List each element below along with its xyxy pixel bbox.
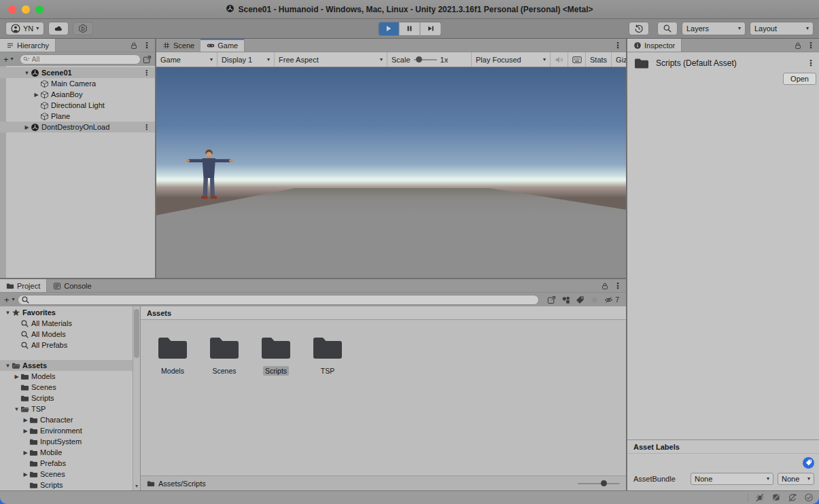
tab-inspector[interactable]: Inspector [627,39,682,52]
layout-dropdown[interactable]: Layout ▾ [750,22,814,35]
play-button[interactable] [378,22,399,36]
project-tree-item[interactable]: Prefabs [0,458,133,469]
add-label-button[interactable] [803,457,814,469]
zoom-window-button[interactable] [35,5,43,14]
create-button[interactable]: + [3,55,9,64]
scale-slider[interactable] [414,59,437,60]
tab-hierarchy[interactable]: Hierarchy [0,39,56,52]
picker-icon[interactable] [547,295,556,304]
favorites-star-icon[interactable] [590,295,599,304]
project-tree-item[interactable]: ▼Favorites [0,307,133,318]
debugger-detached-icon[interactable] [755,493,765,502]
project-tree-item[interactable]: ▶Mobile [0,447,133,458]
minimize-window-button[interactable] [22,5,30,14]
panel-menu-icon[interactable]: ⋮ [614,41,622,50]
project-tree-item[interactable]: ▶Environment [0,425,133,436]
tab-console[interactable]: Console [47,279,97,292]
project-tree-item[interactable]: All Models [0,329,133,340]
chevron-down-icon[interactable]: ▾ [12,297,15,302]
project-tree-item[interactable]: ▶Character [0,414,133,425]
create-button[interactable]: + [4,295,10,304]
hierarchy-item[interactable]: Plane [0,111,155,122]
aspect-ratio-dropdown[interactable]: Free Aspect▾ [275,52,387,67]
expand-arrow-icon[interactable]: ▶ [22,417,29,423]
scroll-down-arrow[interactable]: ▾ [133,483,140,489]
project-tree-item[interactable]: ▶Models [0,371,133,382]
cloud-services-button[interactable] [48,22,69,35]
scrollbar-thumb[interactable] [134,309,139,358]
hierarchy-search-input[interactable] [32,55,137,63]
expand-arrow-icon[interactable]: ▶ [23,124,31,130]
tab-game[interactable]: Game [201,39,245,52]
panel-menu-icon[interactable]: ⋮ [807,41,815,50]
project-search-input[interactable] [32,295,536,304]
lock-icon[interactable] [130,41,138,50]
hierarchy-item[interactable]: ▼Scene01⋮ [0,67,155,78]
game-viewport[interactable] [156,67,626,278]
lock-icon[interactable] [794,41,802,50]
undo-history-button[interactable] [629,22,649,35]
title-bar[interactable]: Scene01 - Humanoid - Windows, Mac, Linux… [0,0,819,19]
account-dropdown[interactable]: YN ▾ [5,22,44,35]
panel-menu-icon[interactable]: ⋮ [143,41,151,50]
thumbnail-size-slider[interactable] [578,483,620,484]
hidden-packages-icon[interactable] [604,295,613,304]
project-tree-item[interactable]: Scripts [0,393,133,403]
tab-scene[interactable]: Scene [156,39,201,52]
expand-arrow-icon[interactable]: ▼ [13,406,20,412]
hierarchy-item[interactable]: ▶DontDestroyOnLoad⋮ [0,122,155,132]
open-button[interactable]: Open [783,73,816,85]
asset-folder[interactable]: Models [157,335,188,376]
expand-arrow-icon[interactable]: ▼ [4,363,12,369]
asset-folder[interactable]: Scripts [260,335,292,376]
mute-audio-button[interactable] [551,52,568,67]
project-tree-item[interactable]: Scripts [0,480,133,490]
project-tree-scrollbar[interactable]: ▾ [133,306,141,490]
item-options-icon[interactable]: ⋮ [143,69,155,77]
play-focus-dropdown[interactable]: Play Focused▾ [472,52,551,67]
asset-options-icon[interactable]: ⋮ [807,59,815,67]
project-tree-item[interactable]: InputSystem [0,436,133,447]
tab-project[interactable]: Project [0,279,47,292]
project-tree-item[interactable]: Scenes [0,382,133,393]
item-options-icon[interactable]: ⋮ [143,123,155,132]
progress-idle-icon[interactable] [804,493,814,502]
expand-arrow-icon[interactable]: ▼ [23,70,31,76]
lock-icon[interactable] [601,282,609,290]
hierarchy-item[interactable]: Main Camera [0,78,155,89]
project-tree-item[interactable]: ▶Scenes [0,469,133,480]
project-tree-item[interactable]: All Materials [0,318,133,329]
display-target-dropdown[interactable]: Game▾ [156,52,217,67]
assetbundle-variant-dropdown[interactable]: None ▾ [778,473,814,485]
search-filter-icon[interactable] [23,56,30,62]
expand-arrow-icon[interactable]: ▶ [22,450,29,456]
gizmos-dropdown[interactable]: Gizmos [612,52,626,67]
cache-server-disconnected-icon[interactable] [771,493,781,502]
project-tree-item[interactable]: All Prefabs [0,340,133,350]
pause-button[interactable] [399,22,420,36]
search-everything-button[interactable] [657,22,678,35]
chevron-down-icon[interactable]: ▾ [11,56,14,62]
stats-button[interactable]: Stats [586,52,612,67]
project-tree-item[interactable]: ▼TSP [0,403,133,414]
panel-menu-icon[interactable]: ⋮ [614,282,622,290]
hierarchy-item[interactable]: Directional Light [0,100,155,111]
project-search[interactable] [18,295,540,305]
display-dropdown[interactable]: Display 1▾ [217,52,275,67]
plastic-scm-button[interactable] [73,22,93,35]
search-by-label-icon[interactable] [576,295,585,304]
asset-folder[interactable]: Scenes [209,335,240,376]
asset-folder[interactable]: TSP [312,335,343,376]
hierarchy-item[interactable]: ▶AsianBoy [0,89,155,100]
expand-arrow-icon[interactable]: ▶ [22,428,29,434]
expand-arrow-icon[interactable]: ▼ [4,310,12,316]
expand-arrow-icon[interactable]: ▶ [33,92,40,98]
auto-refresh-off-icon[interactable] [788,493,797,502]
close-window-button[interactable] [8,5,16,14]
assetbundle-dropdown[interactable]: None ▾ [691,473,773,485]
step-button[interactable] [420,22,441,36]
expand-arrow-icon[interactable]: ▶ [22,471,29,478]
picker-icon[interactable] [143,55,152,64]
vsync-button[interactable] [568,52,586,67]
project-tree-item[interactable]: ▼Assets [0,360,133,371]
